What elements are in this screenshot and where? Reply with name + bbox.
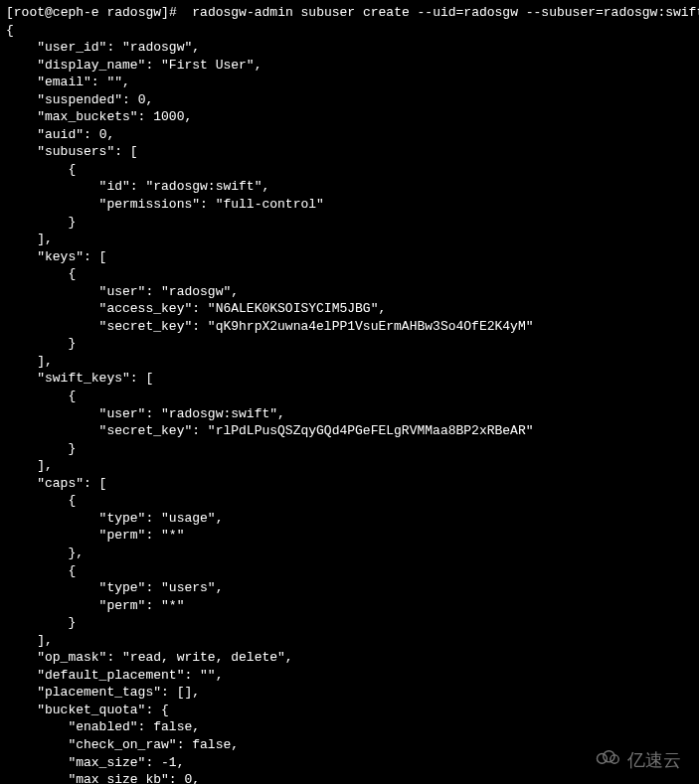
watermark: 亿速云 [594,748,681,772]
command-text: radosgw-admin subuser create --uid=rados… [192,5,699,20]
watermark-text: 亿速云 [627,748,681,772]
prompt-line: [root@ceph-e radosgw]# radosgw-admin sub… [6,5,699,20]
svg-point-0 [598,753,608,763]
json-output: { "user_id": "radosgw", "display_name": … [6,23,534,784]
cloud-icon [594,748,621,772]
terminal-output[interactable]: [root@ceph-e radosgw]# radosgw-admin sub… [0,0,699,784]
svg-point-1 [604,750,614,761]
